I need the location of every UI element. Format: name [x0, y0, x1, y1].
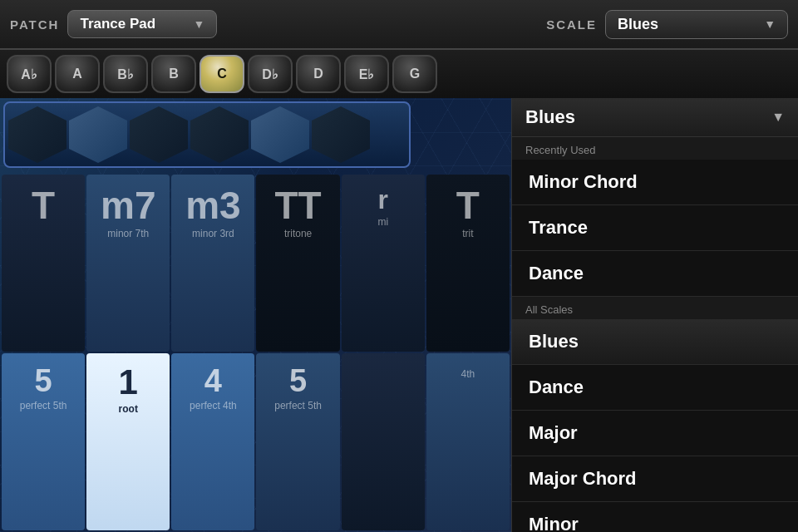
dropdown-item-blues[interactable]: Blues — [512, 319, 798, 365]
dropdown-item-trance-recent[interactable]: Trance — [512, 205, 798, 251]
keys-row: A♭AB♭BCD♭DE♭G — [0, 50, 798, 98]
interval-label-b1: root — [119, 403, 138, 415]
interval-cell-bot-1[interactable]: 1 root — [86, 353, 170, 530]
scale-select[interactable]: Blues ▼ — [605, 10, 788, 39]
dropdown-item-major-chord[interactable]: Major Chord — [512, 456, 798, 502]
dropdown-item-major[interactable]: Major — [512, 411, 798, 456]
key-btn-B[interactable]: B — [151, 55, 196, 93]
interval-label-b0: perfect 5th — [20, 400, 67, 411]
key-btn-G[interactable]: G — [392, 55, 437, 93]
interval-cell-bot-2[interactable]: 4 perfect 4th — [171, 353, 254, 530]
dropdown-header[interactable]: Blues ▼ — [512, 98, 798, 137]
key-btn-Db[interactable]: D♭ — [248, 55, 293, 93]
hex-thumb-6 — [312, 106, 370, 163]
hex-thumb-5 — [251, 106, 309, 163]
interval-cell-bot-5[interactable]: 4th — [426, 353, 510, 530]
interval-num-b0: 5 — [35, 365, 52, 397]
interval-cell-top-0[interactable]: T — [2, 175, 85, 352]
interval-big-0: T — [32, 186, 55, 224]
main-area: T m7 minor 7th m3 minor 3rd TT tritone r… — [0, 98, 798, 532]
scale-value: Blues — [618, 16, 658, 33]
dropdown-item-minor[interactable]: Minor — [512, 502, 798, 532]
interval-big-4: r — [378, 186, 388, 213]
scale-arrow: ▼ — [764, 17, 776, 31]
dropdown-item-minor-chord-recent[interactable]: Minor Chord — [512, 160, 798, 205]
interval-big-2: m3 — [185, 186, 240, 224]
interval-label-3: tritone — [284, 228, 312, 239]
interval-num-b1: 1 — [119, 365, 138, 400]
patch-select[interactable]: Trance Pad ▼ — [67, 10, 217, 38]
key-btn-C[interactable]: C — [200, 55, 244, 93]
dropdown-selected-title: Blues — [525, 106, 771, 128]
patch-arrow: ▼ — [194, 17, 205, 31]
pad-selector[interactable] — [3, 101, 411, 168]
hex-thumb-1 — [8, 106, 66, 163]
interval-cell-top-4[interactable]: r mi — [342, 175, 425, 352]
key-btn-Ab[interactable]: A♭ — [7, 55, 52, 93]
interval-num-b3: 5 — [289, 365, 307, 397]
dropdown-item-dance[interactable]: Dance — [512, 365, 798, 411]
interval-label-b5: 4th — [461, 368, 475, 380]
key-btn-D[interactable]: D — [296, 55, 341, 93]
interval-label-b3: perfect 5th — [274, 400, 322, 411]
interval-label-b2: perfect 4th — [190, 400, 237, 411]
dropdown-menu: Blues ▼ Recently Used Minor Chord Trance… — [511, 98, 798, 532]
interval-cell-bot-0[interactable]: 5 perfect 5th — [2, 353, 85, 530]
interval-cell-top-3[interactable]: TT tritone — [256, 175, 339, 352]
key-btn-A[interactable]: A — [55, 55, 100, 93]
hex-thumb-2 — [69, 106, 127, 163]
scale-label: SCALE — [546, 17, 597, 32]
hex-thumb-4 — [190, 106, 249, 163]
interval-label-5: trit — [462, 228, 473, 239]
patch-label: PATCH — [10, 17, 59, 32]
interval-cell-top-2[interactable]: m3 minor 3rd — [171, 175, 254, 352]
interval-cell-top-5[interactable]: T trit — [426, 175, 510, 352]
recently-used-header: Recently Used — [512, 137, 798, 160]
key-btn-Eb[interactable]: E♭ — [344, 55, 389, 93]
interval-num-b2: 4 — [204, 365, 222, 397]
interval-label-1: minor 7th — [107, 228, 149, 239]
key-btn-Bb[interactable]: B♭ — [103, 55, 148, 93]
interval-cell-top-1[interactable]: m7 minor 7th — [86, 175, 170, 352]
pad-area: T m7 minor 7th m3 minor 3rd TT tritone r… — [0, 98, 511, 532]
interval-label-2: minor 3rd — [192, 228, 234, 239]
interval-cell-bot-3[interactable]: 5 perfect 5th — [256, 353, 339, 530]
top-bar: PATCH Trance Pad ▼ SCALE Blues ▼ — [0, 0, 798, 50]
interval-cell-bot-4[interactable] — [342, 353, 425, 530]
dropdown-arrow-icon: ▼ — [771, 110, 785, 125]
hex-thumb-3 — [130, 106, 188, 163]
interval-big-1: m7 — [101, 186, 155, 224]
interval-big-5: T — [456, 186, 480, 224]
interval-big-3: TT — [274, 186, 321, 224]
dropdown-item-dance-recent[interactable]: Dance — [512, 251, 798, 297]
all-scales-header: All Scales — [512, 297, 798, 319]
patch-value: Trance Pad — [80, 16, 155, 32]
interval-label-4: mi — [377, 216, 388, 228]
